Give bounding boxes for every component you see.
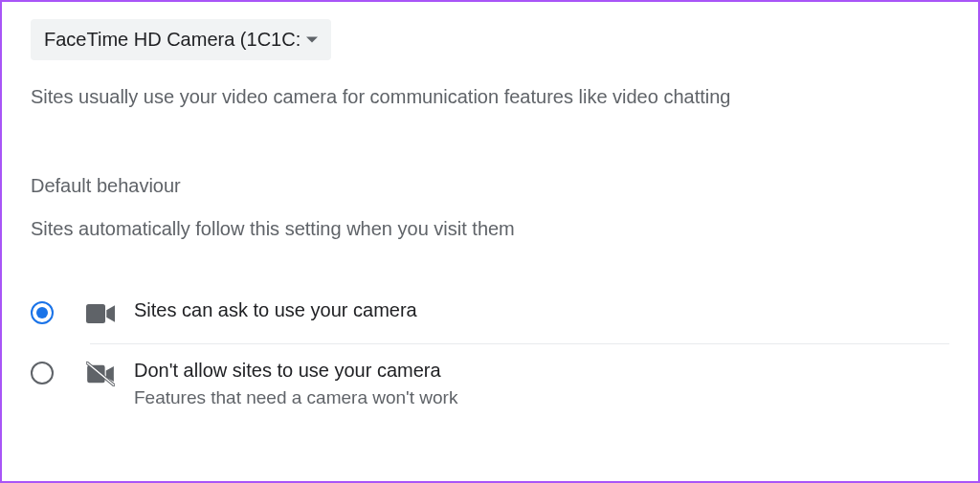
default-behaviour-heading: Default behaviour <box>31 175 949 197</box>
camera-select-dropdown[interactable]: FaceTime HD Camera (1C1C: <box>31 19 331 60</box>
camera-select-label: FaceTime HD Camera (1C1C: <box>44 29 301 51</box>
radio-allow[interactable] <box>31 301 54 324</box>
camera-icon <box>86 299 115 328</box>
behaviour-options: Sites can ask to use your camera Don't a… <box>31 284 949 424</box>
option-allow-title: Sites can ask to use your camera <box>134 299 417 321</box>
radio-block[interactable] <box>31 362 54 384</box>
camera-off-icon <box>86 360 115 388</box>
default-behaviour-subtext: Sites automatically follow this setting … <box>31 218 949 240</box>
option-block-row[interactable]: Don't allow sites to use your camera Fea… <box>31 344 949 424</box>
camera-description: Sites usually use your video camera for … <box>31 83 949 110</box>
option-allow-row[interactable]: Sites can ask to use your camera <box>31 284 949 343</box>
chevron-down-icon <box>306 34 318 46</box>
svg-rect-0 <box>86 304 105 323</box>
option-block-title: Don't allow sites to use your camera <box>134 360 457 382</box>
option-block-sub: Features that need a camera won't work <box>134 387 457 408</box>
